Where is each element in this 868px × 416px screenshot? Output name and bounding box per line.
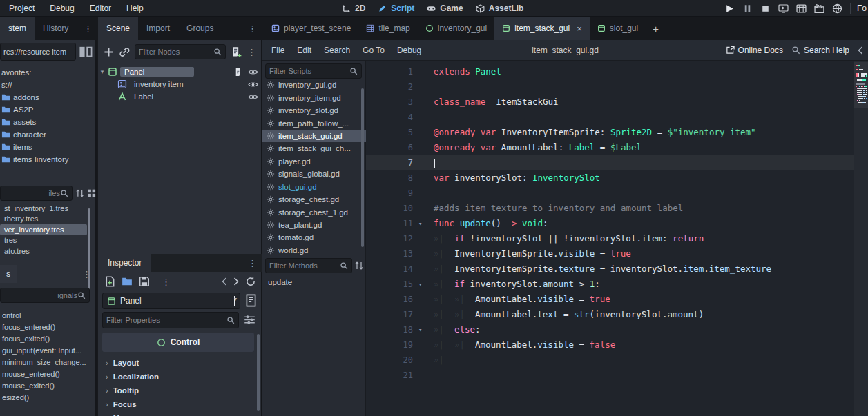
scene-tree-node[interactable]: ▾ Panel (98, 66, 262, 78)
code-line[interactable]: 4 (366, 110, 854, 125)
edited-object-dropdown[interactable]: Panel ▾ (102, 293, 240, 309)
dock-tab[interactable]: Import (138, 17, 178, 40)
filter-scripts-input[interactable]: Filter Scripts (265, 63, 362, 79)
dock-tab[interactable]: History (35, 17, 77, 40)
code-line[interactable]: 7 (366, 155, 854, 170)
more-icon[interactable]: ⋮ (77, 269, 97, 279)
more-icon[interactable]: ⋮ (78, 17, 98, 40)
script-list-item[interactable]: item_path_follow_... (262, 117, 366, 129)
sort-icon[interactable] (75, 188, 85, 198)
visibility-eye-icon[interactable] (248, 92, 258, 101)
fold-arrow-icon[interactable]: ▾ (418, 322, 422, 337)
file-list-item[interactable]: st_inventory_1.tres (0, 203, 97, 214)
instance-scene-icon[interactable] (119, 46, 131, 58)
workspace-tab[interactable]: Script (378, 3, 414, 13)
menubar-item[interactable]: Editor (82, 0, 119, 17)
script-list-item[interactable]: world.gd (262, 244, 366, 257)
save-resource-icon[interactable] (139, 276, 150, 287)
history-forward-icon[interactable] (233, 277, 239, 286)
signal-list-item[interactable]: ontrol (0, 309, 97, 321)
filesystem-tree-item[interactable]: character (0, 128, 97, 141)
script-list-item[interactable]: inventory_gui.gd (262, 79, 366, 91)
sort-methods-icon[interactable] (354, 261, 364, 270)
scene-tree-node[interactable]: Label (98, 90, 262, 103)
run-scene-button[interactable] (778, 3, 789, 14)
code-minimap[interactable] (854, 61, 868, 416)
inspector-section[interactable]: › Tooltip (98, 384, 262, 397)
code-line[interactable]: 17»|»|AmountLabel.text = str(inventorySl… (366, 307, 854, 322)
inspector-section[interactable]: › Localization (98, 370, 262, 384)
reload-icon[interactable] (245, 276, 256, 287)
file-list-item[interactable]: ato.tres (0, 246, 97, 257)
code-line[interactable]: 14»|InventoryItemSprite.texture = invent… (366, 261, 854, 277)
script-menu-item[interactable]: Search (318, 46, 356, 55)
inspector-tab[interactable]: Inspector (98, 254, 151, 272)
pause-button[interactable] (742, 3, 753, 14)
filter-methods-input[interactable]: Filter Methods (265, 258, 352, 273)
online-docs-button[interactable]: Online Docs (726, 46, 783, 55)
code-line[interactable]: 18▾»|else: (366, 322, 854, 337)
more-icon[interactable]: ⋮ (242, 258, 262, 268)
property-tools-icon[interactable] (244, 314, 255, 326)
open-docs-icon[interactable] (244, 294, 258, 307)
scene-file-tab[interactable]: tile_map (358, 17, 417, 40)
filesystem-tree-item[interactable]: addons (0, 91, 97, 103)
code-line[interactable]: 13»|InventoryItemSprite.visible = true (366, 246, 854, 261)
more-icon[interactable]: ⋮ (246, 47, 258, 57)
current-path-box[interactable]: res://resource item (0, 43, 76, 61)
inspector-section[interactable]: › Layout (98, 356, 262, 370)
script-list-item[interactable]: inventory_slot.gd (262, 104, 366, 117)
code-line[interactable]: 5@onready var InventoryItemSprite: Sprit… (366, 125, 854, 140)
code-line[interactable]: 16»|»|AmountLabel.visible = true (366, 292, 854, 307)
code-line[interactable]: 1extends Panel (366, 64, 854, 79)
signal-list-item[interactable]: mouse_entered() (0, 368, 97, 379)
fold-arrow-icon[interactable]: ▾ (418, 277, 422, 292)
code-line[interactable]: 6@onready var AmountLabel: Label = $Labe… (366, 140, 854, 155)
scene-file-tab[interactable]: player_test_scene (264, 17, 358, 40)
search-help-button[interactable]: Search Help (791, 46, 849, 55)
code-line[interactable]: 15▾»|if inventorySlot.amount > 1: (366, 277, 854, 292)
filesystem-tree-item[interactable]: items Iinventory (0, 153, 97, 166)
script-list-item[interactable]: player.gd (262, 155, 366, 168)
expander-icon[interactable]: ▾ (98, 68, 106, 75)
menubar-item[interactable]: Help (119, 0, 151, 17)
inspector-section[interactable]: › Mouse (98, 411, 262, 416)
dock-tab[interactable]: Groups (178, 17, 222, 40)
attach-script-button[interactable] (230, 46, 242, 58)
script-list-item[interactable]: signals_global.gd (262, 168, 366, 180)
code-line[interactable]: 10#adds item texture to inventory and am… (366, 201, 854, 216)
play-button[interactable] (724, 3, 735, 14)
filesystem-tree-item[interactable]: items (0, 141, 97, 153)
code-line[interactable]: 2 (366, 79, 854, 95)
movie-maker-button[interactable] (796, 3, 807, 14)
script-list-item[interactable]: slot_gui.gd (262, 181, 366, 193)
signal-list-item[interactable]: esized() (0, 391, 97, 403)
menubar-item[interactable]: Project (1, 0, 42, 17)
attached-script-icon[interactable] (233, 68, 243, 77)
file-list-item[interactable]: ver_inventory.tres (0, 224, 87, 235)
script-menu-item[interactable]: Edit (291, 46, 318, 55)
grid-view-icon[interactable] (87, 188, 97, 198)
code-line[interactable]: 3class_name ItemStackGui (366, 95, 854, 110)
signals-dock-tab[interactable]: s (0, 265, 17, 283)
code-line[interactable]: 21 (366, 368, 854, 383)
script-list-item[interactable]: storage_chest_1.gd (262, 206, 366, 218)
fold-arrow-icon[interactable]: ▾ (418, 216, 422, 231)
script-list-item[interactable]: item_stack_gui.gd (262, 130, 366, 142)
scene-file-tab[interactable]: inventory_gui (418, 17, 494, 40)
dock-tab[interactable]: stem (0, 17, 35, 40)
menubar-item[interactable]: Debug (42, 0, 81, 17)
visibility-eye-icon[interactable] (248, 68, 258, 77)
script-list-scrollbar[interactable] (361, 88, 364, 247)
code-line[interactable]: 11▾func update() -> void: (366, 216, 854, 231)
script-menu-item[interactable]: Go To (356, 46, 391, 55)
code-line[interactable]: 9 (366, 186, 854, 201)
workspace-tab[interactable]: 2D (342, 3, 365, 13)
signal-list-item[interactable]: minimum_size_change... (0, 356, 97, 368)
split-view-icon[interactable] (79, 45, 93, 59)
filter-properties-input[interactable]: Filter Properties (102, 312, 239, 328)
stop-button[interactable] (760, 3, 771, 14)
signal-list-item[interactable]: focus_entered() (0, 321, 97, 333)
workspace-tab[interactable]: AssetLib (476, 3, 524, 13)
code-line[interactable]: 20»| (366, 353, 854, 368)
